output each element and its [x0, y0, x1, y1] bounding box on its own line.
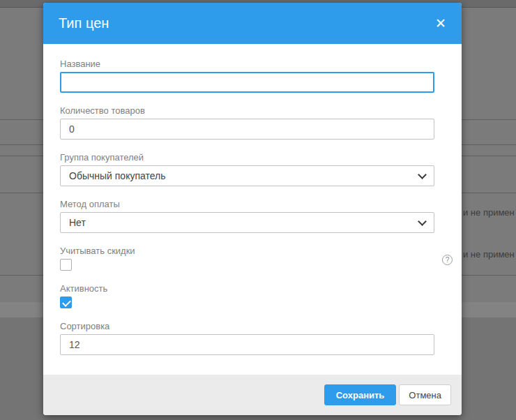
- field-discounts: Учитывать скидки: [60, 246, 445, 271]
- name-label: Название: [60, 59, 445, 70]
- price-type-modal: Тип цен ✕ Название Количество товаров Гр…: [43, 3, 462, 415]
- field-payment-method: Метод оплаты Нет: [60, 199, 445, 233]
- modal-footer: Сохранить Отмена: [43, 375, 462, 415]
- quantity-input[interactable]: [60, 119, 434, 140]
- close-icon[interactable]: ✕: [435, 17, 446, 30]
- customer-group-select[interactable]: Обычный покупатель: [60, 165, 434, 186]
- payment-method-label: Метод оплаты: [60, 199, 445, 210]
- modal-title: Тип цен: [59, 15, 435, 31]
- sort-label: Сортировка: [60, 321, 445, 332]
- discounts-checkbox[interactable]: [60, 259, 72, 271]
- save-button[interactable]: Сохранить: [324, 384, 397, 405]
- active-checkbox[interactable]: [60, 297, 72, 308]
- field-active: Активность: [60, 283, 445, 308]
- quantity-label: Количество товаров: [60, 105, 445, 117]
- chevron-down-icon: [418, 170, 427, 179]
- background-truncated-text: и не примен: [463, 207, 515, 218]
- modal-body: Название Количество товаров Группа покуп…: [43, 44, 462, 355]
- cancel-button[interactable]: Отмена: [399, 384, 451, 405]
- field-sort: Сортировка: [60, 321, 445, 355]
- payment-method-value: Нет: [69, 217, 86, 228]
- field-name: Название: [60, 59, 445, 93]
- discounts-label: Учитывать скидки: [60, 246, 445, 257]
- help-icon[interactable]: ?: [442, 255, 453, 265]
- active-label: Активность: [60, 283, 445, 294]
- field-quantity: Количество товаров: [60, 105, 445, 140]
- screen: и не примен и не примен Тип цен ✕ Назван…: [0, 0, 516, 420]
- sort-input[interactable]: [60, 334, 434, 355]
- modal-header: Тип цен ✕: [43, 3, 462, 44]
- payment-method-select[interactable]: Нет: [60, 212, 434, 233]
- checkmark-icon: [62, 298, 71, 307]
- customer-group-value: Обычный покупатель: [69, 170, 166, 181]
- customer-group-label: Группа покупателей: [60, 152, 445, 163]
- field-customer-group: Группа покупателей Обычный покупатель: [60, 152, 445, 186]
- name-input[interactable]: [60, 72, 434, 93]
- chevron-down-icon: [418, 217, 427, 226]
- background-truncated-text: и не примен: [463, 249, 515, 260]
